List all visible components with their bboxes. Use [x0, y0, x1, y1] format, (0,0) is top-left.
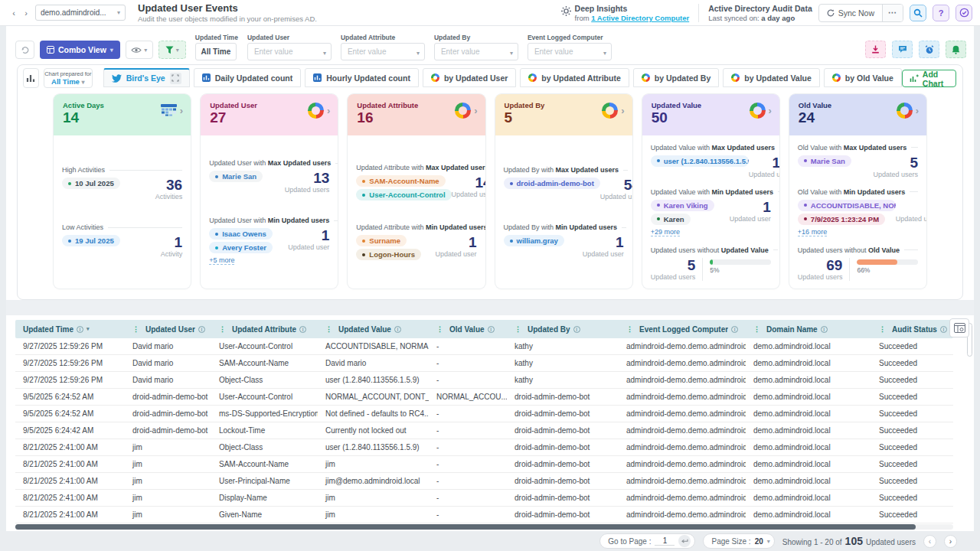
table-row[interactable]: 8/21/2025 2:41:00 AMjimUser-Principal-Na… — [15, 473, 953, 490]
reset-filters-button[interactable] — [15, 41, 34, 59]
global-search-button[interactable] — [910, 5, 926, 21]
pill-list: user (1.2.840.113556.1.5.9) — [651, 155, 749, 167]
chevron-right-icon[interactable]: › — [769, 105, 772, 116]
table-row[interactable]: 8/21/2025 2:41:00 AMjimSAM-Account-Namej… — [15, 456, 953, 473]
filter-input[interactable] — [441, 47, 505, 56]
chevron-right-icon[interactable]: › — [916, 105, 919, 116]
page-subtitle: Audit the user objects modified in your … — [138, 15, 317, 23]
tab-by-updated-by[interactable]: by Updated By — [633, 68, 720, 87]
column-header-updated-attribute[interactable]: ⋮Updated Attributei — [211, 320, 318, 338]
info-icon[interactable]: i — [488, 326, 495, 333]
info-icon[interactable]: i — [77, 326, 83, 333]
table-row[interactable]: 8/21/2025 2:41:00 AMjimGiven-Namejim-dro… — [15, 507, 953, 523]
column-label: Updated Time — [23, 325, 74, 334]
info-icon[interactable]: i — [940, 326, 947, 333]
tab-by-updated-value[interactable]: by Updated Value — [723, 68, 820, 87]
column-header-domain-name[interactable]: ⋮Domain Namei — [746, 320, 871, 338]
filter-dropdown[interactable]: ▾ — [247, 43, 332, 60]
chart-list-button[interactable] — [23, 68, 39, 88]
column-header-updated-by[interactable]: ⋮Updated Byi — [507, 320, 619, 338]
nav-back-icon[interactable]: ‹ — [8, 7, 20, 19]
check-circle-icon — [959, 8, 969, 18]
chart-prepared-for[interactable]: Chart prepared for All Time ▾ — [44, 68, 93, 88]
table-row[interactable]: 8/21/2025 2:41:00 AMjimDisplay-Namejim-d… — [15, 490, 953, 507]
schedule-button[interactable] — [919, 41, 939, 58]
summary-card-updated-attribute[interactable]: Updated Attribute16›Updated Attribute wi… — [348, 94, 485, 289]
alerts-button[interactable] — [946, 41, 966, 58]
task-status-button[interactable] — [956, 5, 972, 21]
filter-button[interactable]: ▾ — [158, 41, 186, 59]
more-link[interactable]: +29 more — [651, 228, 680, 236]
filter-input[interactable] — [254, 47, 318, 56]
table-row[interactable]: 9/5/2025 6:24:52 AMdroid-admin-demo-botU… — [15, 389, 953, 406]
chevron-right-icon[interactable]: › — [621, 105, 624, 116]
divider — [108, 227, 182, 228]
column-label: Updated By — [528, 325, 570, 334]
filter-dropdown[interactable]: ▾ — [434, 43, 518, 60]
more-link[interactable]: +5 more — [209, 256, 234, 265]
help-button[interactable]: ? — [933, 5, 949, 21]
column-visibility-button[interactable]: ▾ — [126, 41, 153, 59]
table-row[interactable]: 9/5/2025 6:24:42 AMdroid-admin-demo-botL… — [15, 422, 953, 439]
column-separator: ⋮ — [753, 325, 760, 333]
filter-input[interactable] — [534, 47, 599, 56]
table-body: 9/27/2025 12:59:26 PMDavid marioUser-Acc… — [15, 338, 953, 523]
chevron-right-icon[interactable]: › — [180, 105, 183, 116]
table-row[interactable]: 9/27/2025 12:59:26 PMDavid marioUser-Acc… — [15, 338, 953, 355]
tab-by-updated-attribute[interactable]: by Updated Attribute — [520, 68, 629, 87]
column-header-audit-status[interactable]: ⋮Audit Statusi — [871, 320, 953, 338]
column-header-old-value[interactable]: ⋮Old Valuei — [429, 320, 507, 338]
sort-caret-icon[interactable]: ▾ — [87, 326, 90, 332]
go-to-page-input[interactable] — [655, 536, 675, 546]
summary-card-active-days[interactable]: Active Days14›High Activities10 Jul 2025… — [54, 94, 191, 289]
active-directory-computer-link[interactable]: 1 Active Directory Computer — [591, 14, 689, 22]
previous-page-button[interactable]: ‹ — [923, 535, 936, 548]
summary-card-updated-by[interactable]: Updated By5›Updated By with Max Updated … — [495, 94, 632, 289]
go-to-page-submit[interactable] — [678, 535, 691, 547]
info-icon[interactable]: i — [394, 326, 401, 333]
column-header-updated-time[interactable]: Updated Timei▾ — [15, 320, 125, 338]
column-separator: ⋮ — [436, 325, 443, 333]
filter-dropdown[interactable]: ▾ — [341, 43, 425, 60]
info-icon[interactable]: i — [731, 326, 738, 333]
summary-card-updated-value[interactable]: Updated Value50›Updated Value with Max U… — [642, 94, 779, 289]
info-icon[interactable]: i — [198, 326, 205, 333]
workspace-selector[interactable]: demo.admindroid... ▾ — [35, 5, 126, 21]
chevron-right-icon[interactable]: › — [327, 105, 330, 116]
more-link[interactable]: +16 more — [798, 228, 827, 236]
column-header-event-logged-computer[interactable]: ⋮Event Logged Computeri — [619, 320, 746, 338]
summary-card-old-value[interactable]: Old Value24›Old Value with Max Updated u… — [789, 94, 926, 289]
page-size-select[interactable]: Page Size : 20 ▾ — [703, 533, 774, 549]
feedback-button[interactable] — [892, 41, 913, 58]
table-row[interactable]: 9/27/2025 12:59:26 PMDavid marioSAM-Acco… — [15, 355, 953, 372]
info-icon[interactable]: i — [821, 326, 828, 333]
sync-more-button[interactable]: ⋯ — [882, 5, 903, 21]
tab-by-old-value[interactable]: by Old Value — [824, 68, 902, 87]
info-icon[interactable]: i — [299, 326, 306, 333]
table-row[interactable]: 9/5/2025 6:24:52 AMdroid-admin-demo-botm… — [15, 406, 953, 422]
expand-chart-button[interactable] — [170, 73, 181, 84]
export-button[interactable] — [865, 41, 886, 58]
chevron-right-icon[interactable]: › — [474, 105, 477, 116]
column-header-updated-user[interactable]: ⋮Updated Useri — [125, 320, 211, 338]
updated-time-value[interactable]: All Time — [195, 43, 237, 60]
table-column-settings-button[interactable] — [949, 318, 969, 337]
tab-hourly-updated-count[interactable]: Hourly Updated count — [305, 68, 419, 87]
table-row[interactable]: 9/27/2025 12:59:26 PMDavid marioObject-C… — [15, 372, 953, 389]
filter-dropdown[interactable]: ▾ — [528, 43, 612, 60]
column-header-updated-value[interactable]: ⋮Updated Valuei — [318, 320, 429, 338]
tab-bird-s-eye[interactable]: Bird's Eye — [103, 68, 190, 87]
tab-by-updated-user[interactable]: by Updated User — [423, 68, 516, 87]
sync-now-button[interactable]: Sync Now — [819, 5, 882, 21]
combo-view-button[interactable]: Combo View ▾ — [40, 41, 120, 59]
page-title-block: Updated User Events Audit the user objec… — [138, 2, 317, 23]
filter-input[interactable] — [348, 47, 412, 56]
horizontal-scrollbar-thumb[interactable] — [15, 524, 916, 530]
info-icon[interactable]: i — [573, 326, 580, 333]
next-page-button[interactable]: › — [944, 535, 957, 548]
tab-daily-updated-count[interactable]: Daily Updated count — [194, 68, 302, 87]
nav-forward-icon[interactable]: › — [20, 7, 32, 19]
summary-card-updated-user[interactable]: Updated User27›Updated User with Max Upd… — [201, 94, 338, 289]
table-row[interactable]: 8/21/2025 2:41:00 AMjimObject-Classuser … — [15, 439, 953, 456]
add-chart-button[interactable]: Add Chart — [902, 70, 956, 87]
